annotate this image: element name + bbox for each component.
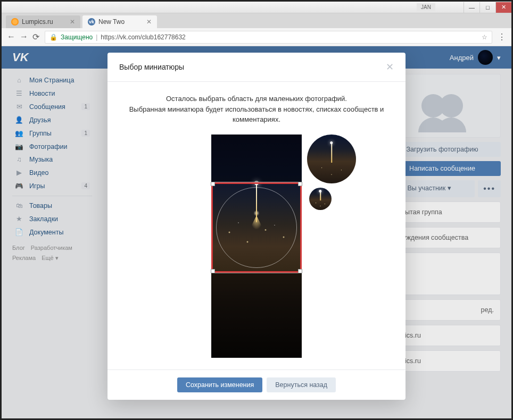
- crop-handle-br[interactable]: [298, 269, 302, 273]
- save-button[interactable]: Сохранить изменения: [177, 377, 262, 392]
- reload-button[interactable]: ⟳: [32, 32, 39, 42]
- preview-large: [307, 135, 356, 183]
- thumbnail-modal: Выбор миниатюры ✕ Осталось выбрать облас…: [107, 53, 406, 400]
- tab-label: Lumpics.ru: [22, 18, 53, 26]
- forward-button[interactable]: →: [20, 32, 28, 42]
- tab-close-icon[interactable]: ✕: [146, 18, 152, 26]
- crop-selection-frame[interactable]: [211, 182, 302, 273]
- browser-toolbar: ← → ⟳ 🔒 Защищено | https://vk.com/club16…: [2, 28, 511, 46]
- tab-close-icon[interactable]: ✕: [70, 18, 75, 26]
- modal-overlay: Выбор миниатюры ✕ Осталось выбрать облас…: [2, 46, 511, 418]
- modal-footer: Сохранить изменения Вернуться назад: [107, 369, 406, 400]
- url-text: https://vk.com/club162778632: [101, 33, 185, 41]
- window-minimize-button[interactable]: —: [464, 2, 479, 13]
- url-separator: |: [96, 33, 97, 41]
- modal-instructions: Осталось выбрать область для маленьких ф…: [123, 94, 390, 125]
- browser-tab-lumpics[interactable]: Lumpics.ru ✕: [6, 15, 80, 28]
- window-maximize-button[interactable]: □: [479, 2, 495, 13]
- back-button[interactable]: Вернуться назад: [267, 377, 336, 392]
- favicon-vk: vk: [88, 18, 95, 26]
- window-titlebar: JAN — □ ✕: [2, 2, 511, 13]
- preview-small: [309, 188, 332, 210]
- browser-tabstrip: Lumpics.ru ✕ vk New Two ✕: [2, 13, 511, 28]
- favicon-lumpics: [11, 18, 19, 26]
- address-bar[interactable]: 🔒 Защищено | https://vk.com/club16277863…: [45, 31, 492, 44]
- crop-handle-tr[interactable]: [298, 182, 302, 186]
- lock-icon: 🔒: [49, 33, 57, 41]
- modal-close-button[interactable]: ✕: [386, 61, 394, 73]
- crop-handle-bl[interactable]: [211, 269, 215, 273]
- back-button[interactable]: ←: [7, 32, 15, 42]
- tab-label: New Two: [98, 18, 125, 26]
- window-close-button[interactable]: ✕: [495, 2, 511, 13]
- crop-circle-outline: [216, 187, 297, 268]
- crop-stage: [211, 135, 302, 358]
- window-user-label: JAN: [417, 3, 435, 11]
- browser-menu-button[interactable]: ⋮: [498, 32, 506, 42]
- modal-header: Выбор миниатюры ✕: [107, 53, 406, 82]
- crop-handle-tl[interactable]: [211, 182, 215, 186]
- secure-label: Защищено: [61, 33, 93, 41]
- modal-title: Выбор миниатюры: [119, 63, 184, 71]
- browser-tab-vk[interactable]: vk New Two ✕: [82, 15, 157, 28]
- bookmark-star-icon[interactable]: ☆: [482, 33, 487, 41]
